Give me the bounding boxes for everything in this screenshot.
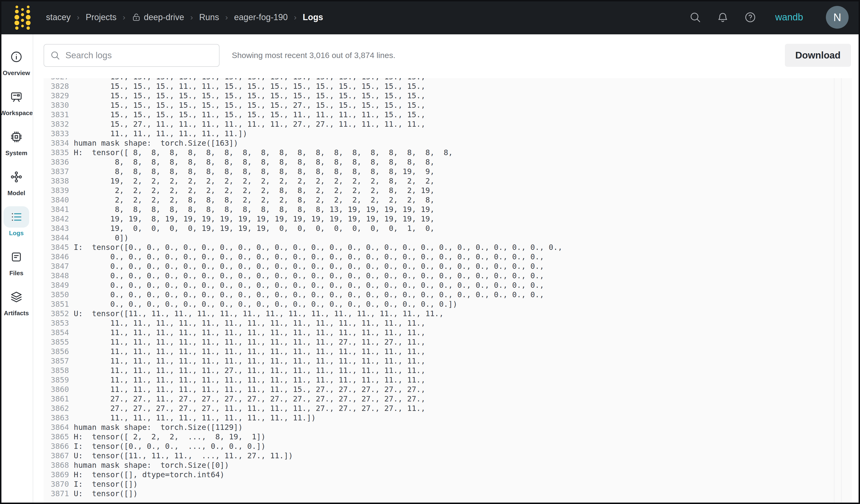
log-line: 3860 11., 11., 11., 11., 11., 11., 11., … (51, 385, 843, 394)
line-number: 3833 (51, 129, 69, 138)
log-line: 3869 H: tensor([], dtype=torch.int64) (51, 470, 843, 479)
log-line: 3855 11., 11., 11., 11., 11., 11., 11., … (51, 337, 843, 347)
breadcrumb-projects[interactable]: Projects (86, 12, 116, 22)
breadcrumb-project[interactable]: deep-drive (132, 12, 184, 22)
sidebar-item-label: Workspace (0, 109, 33, 117)
file-icon (10, 251, 23, 263)
line-number: 3842 (51, 214, 69, 224)
line-text: I: tensor([0., 0., 0., 0., 0., 0., 0., 0… (74, 242, 562, 252)
log-line: 3828 15., 15., 15., 11., 11., 15., 15., … (51, 81, 843, 91)
line-text: U: tensor([11., 11., 11., 11., 11., 11.,… (74, 309, 444, 318)
line-number: 3855 (51, 337, 69, 347)
line-number: 3837 (51, 167, 69, 176)
sidebar-item-artifacts[interactable]: Artifacts (3, 286, 29, 317)
log-line: 3835 H: tensor([ 8, 8, 8, 8, 8, 8, 8, 8,… (51, 148, 843, 157)
log-search[interactable] (44, 44, 219, 67)
download-button[interactable]: Download (785, 44, 851, 67)
line-number: 3868 (51, 460, 69, 470)
line-text: 11., 11., 11., 11., 11., 11.]) (74, 129, 247, 138)
line-text: 11., 11., 11., 11., 11., 11., 11., 11., … (74, 337, 425, 347)
log-line: 3864 human mask shape: torch.Size([1129]… (51, 423, 843, 432)
line-number: 3847 (51, 262, 69, 271)
help-icon[interactable] (744, 11, 756, 23)
line-text: 0]) (74, 233, 128, 242)
line-number: 3845 (51, 242, 69, 252)
breadcrumb-project-label: deep-drive (144, 12, 184, 22)
breadcrumb-runs[interactable]: Runs (199, 12, 219, 22)
breadcrumb-page: Logs (303, 12, 323, 22)
bell-icon[interactable] (717, 11, 729, 23)
line-text: I: tensor([]) (74, 479, 138, 489)
line-text: 0., 0., 0., 0., 0., 0., 0., 0., 0., 0., … (74, 290, 544, 299)
sidebar-item-system[interactable]: System (3, 126, 29, 157)
log-line: 3827 15., 15., 15., 15., 15., 15., 15., … (51, 78, 843, 81)
info-icon (10, 50, 23, 63)
line-text: 11., 11., 11., 11., 11., 11., 11., 11., … (74, 385, 425, 394)
line-text: 2, 2, 2, 2, 2, 2, 2, 2, 2, 8, 8, 2, 2, 2… (74, 186, 434, 195)
line-number: 3856 (51, 347, 69, 356)
log-panel[interactable]: 3827 15., 15., 15., 15., 15., 15., 15., … (44, 78, 852, 504)
avatar[interactable]: N (826, 6, 849, 29)
log-line: 3868 human mask shape: torch.Size([0]) (51, 460, 843, 470)
sidebar-item-files[interactable]: Files (3, 246, 29, 277)
line-text: human mask shape: torch.Size([0]) (74, 460, 229, 470)
org-link[interactable]: wandb (775, 12, 803, 23)
line-text: 15., 15., 15., 15., 15., 15., 15., 15., … (74, 78, 425, 81)
lock-open-icon (132, 13, 141, 22)
line-text: U: tensor([]) (74, 489, 138, 498)
line-number: 3836 (51, 157, 69, 167)
sidebar-item-overview[interactable]: Overview (3, 46, 30, 77)
line-number: 3831 (51, 110, 69, 119)
sidebar-item-workspace[interactable]: Workspace (0, 86, 33, 117)
line-number: 3870 (51, 479, 69, 489)
sidebar-item-logs[interactable]: Logs (3, 206, 29, 237)
log-line: 3865 H: tensor([ 2, 2, 2, ..., 8, 19, 1]… (51, 432, 843, 442)
sidebar-item-label: System (5, 149, 28, 157)
wandb-app-window: stacey › Projects › deep-drive › Runs › … (0, 0, 860, 504)
search-input[interactable] (65, 50, 213, 61)
log-line: 3850 0., 0., 0., 0., 0., 0., 0., 0., 0.,… (51, 290, 843, 299)
line-number: 3862 (51, 404, 69, 413)
log-line: 3852 U: tensor([11., 11., 11., 11., 11.,… (51, 309, 843, 318)
log-line: 3833 11., 11., 11., 11., 11., 11.]) (51, 129, 843, 138)
log-line: 3846 0., 0., 0., 0., 0., 0., 0., 0., 0.,… (51, 252, 843, 262)
line-number: 3869 (51, 470, 69, 479)
line-number: 3866 (51, 442, 69, 451)
line-text: 0., 0., 0., 0., 0., 0., 0., 0., 0., 0., … (74, 299, 457, 309)
breadcrumb-separator: › (190, 13, 193, 22)
breadcrumb-run[interactable]: eager-fog-190 (234, 12, 288, 22)
log-line: 3845 I: tensor([0., 0., 0., 0., 0., 0., … (51, 242, 843, 252)
log-line: 3836 8, 8, 8, 8, 8, 8, 8, 8, 8, 8, 8, 8,… (51, 157, 843, 167)
breadcrumb-separator: › (294, 13, 297, 22)
line-number: 3832 (51, 119, 69, 129)
line-number: 3844 (51, 233, 69, 242)
line-text: 0., 0., 0., 0., 0., 0., 0., 0., 0., 0., … (74, 252, 544, 262)
breadcrumb-separator: › (77, 13, 80, 22)
log-line: 3866 I: tensor([0., 0., 0., ..., 0., 0.,… (51, 442, 843, 451)
line-text: 11., 11., 11., 11., 11., 11., 11., 11., … (74, 347, 425, 356)
line-number: 3871 (51, 489, 69, 498)
sidebar-item-label: Model (8, 190, 25, 197)
line-number: 3865 (51, 432, 69, 442)
line-number: 3843 (51, 224, 69, 233)
line-number: 3867 (51, 451, 69, 460)
log-line: 3859 11., 11., 11., 11., 11., 11., 11., … (51, 375, 843, 385)
line-text: H: tensor([ 8, 8, 8, 8, 8, 8, 8, 8, 8, 8… (74, 148, 453, 157)
log-line: 3842 19, 19, 8, 19, 19, 19, 19, 19, 19, … (51, 214, 843, 224)
log-line: 3862 27., 27., 27., 27., 27., 11., 11., … (51, 404, 843, 413)
sidebar-item-label: Artifacts (4, 310, 29, 317)
breadcrumb-user[interactable]: stacey (46, 12, 71, 22)
search-icon[interactable] (689, 11, 701, 23)
log-line: 3856 11., 11., 11., 11., 11., 11., 11., … (51, 347, 843, 356)
navbar-actions: wandb N (689, 6, 849, 29)
log-line: 3831 15., 15., 15., 15., 11., 15., 15., … (51, 110, 843, 119)
log-line: 3863 11., 11., 11., 11., 11., 11., 11., … (51, 413, 843, 423)
sidebar-item-model[interactable]: Model (3, 166, 29, 197)
model-graph-icon (10, 171, 23, 183)
line-text: 15., 15., 15., 15., 15., 15., 15., 15., … (74, 100, 425, 110)
search-icon (50, 50, 60, 60)
wandb-logo-icon[interactable] (14, 9, 31, 26)
sidebar-item-label: Logs (9, 229, 24, 237)
log-line: 3861 27., 27., 11., 27., 27., 27., 27., … (51, 394, 843, 404)
sidebar-item-label: Files (9, 269, 23, 277)
